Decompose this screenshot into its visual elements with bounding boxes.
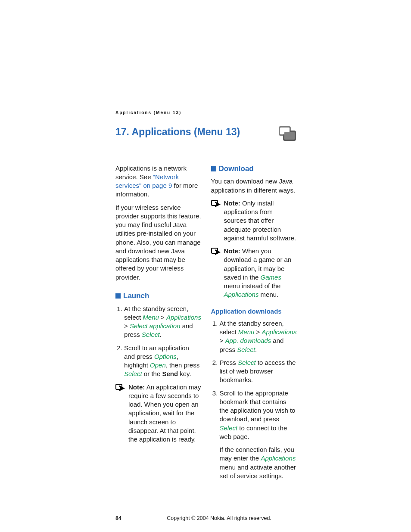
- list-item: At the standby screen, select Menu > App…: [220, 319, 297, 354]
- chapter-title: 17. Applications (Menu 13): [115, 125, 240, 139]
- app-downloads-list: At the standby screen, select Menu > App…: [211, 319, 297, 441]
- applications-icon: [277, 125, 297, 143]
- intro-p2: If your wireless service provider suppor…: [115, 203, 202, 282]
- text: or the: [142, 370, 162, 377]
- list-item: Press Select to access the list of web b…: [220, 358, 297, 385]
- follow-on-paragraph: If the connection fails, you may enter t…: [220, 445, 297, 480]
- menu-term: Menu: [143, 314, 159, 321]
- menu-term: Applications: [224, 291, 259, 298]
- download-heading: Download: [211, 164, 297, 174]
- text: An application may require a few seconds…: [128, 383, 201, 443]
- text: >: [124, 322, 130, 330]
- menu-term: Select: [237, 346, 255, 353]
- note-icon: [211, 247, 221, 299]
- menu-term: Select application: [130, 322, 181, 330]
- intro-p1: Applications is a network service. See "…: [115, 164, 202, 199]
- note-label: Note:: [224, 247, 240, 255]
- square-bullet-icon: [211, 166, 216, 171]
- text: >: [254, 328, 262, 336]
- menu-term: Applications: [166, 314, 201, 321]
- text: .: [255, 346, 257, 353]
- list-item: Scroll to an application and press Optio…: [124, 344, 202, 379]
- left-column: Applications is a network service. See "…: [115, 164, 202, 485]
- text: .: [160, 331, 162, 338]
- menu-term: Options: [154, 353, 177, 360]
- menu-term: Menu: [238, 328, 255, 336]
- note-icon: [115, 383, 125, 444]
- text: menu instead of the: [224, 282, 281, 289]
- menu-term: Select: [238, 359, 256, 366]
- app-downloads-heading: Application downloads: [211, 307, 297, 316]
- heading-text: Download: [219, 164, 254, 174]
- menu-term: Applications: [262, 328, 297, 336]
- download-note-2: Note: When you download a game or an app…: [211, 247, 297, 299]
- download-note-1: Note: Only install applications from sou…: [211, 199, 297, 243]
- page: Applications (Menu 13) 17. Applications …: [0, 0, 411, 532]
- page-number: 84: [115, 515, 141, 522]
- list-item: At the standby screen, select Menu > App…: [124, 305, 202, 339]
- text: menu and activate another set of service…: [220, 464, 296, 479]
- running-head: Applications (Menu 13): [115, 110, 297, 116]
- text: menu.: [258, 291, 278, 298]
- content-columns: Applications is a network service. See "…: [115, 164, 297, 485]
- note-text: Note: An application may require a few s…: [128, 383, 202, 444]
- note-label: Note:: [224, 199, 240, 207]
- text: Press: [220, 359, 238, 366]
- menu-term: Open: [150, 361, 166, 369]
- text: >: [159, 314, 166, 321]
- right-column: Download You can download new Java appli…: [211, 164, 297, 485]
- heading-text: Launch: [123, 291, 149, 301]
- menu-term: App. downloads: [225, 337, 271, 344]
- text: Scroll to the appropriate bookmark that …: [220, 389, 296, 423]
- square-bullet-icon: [115, 293, 121, 299]
- menu-term: Select: [124, 370, 142, 377]
- launch-note: Note: An application may require a few s…: [115, 383, 202, 444]
- note-label: Note:: [128, 383, 145, 391]
- copyright-text: Copyright © 2004 Nokia. All rights reser…: [141, 515, 297, 522]
- launch-list: At the standby screen, select Menu > App…: [115, 305, 202, 379]
- text: key.: [178, 370, 191, 377]
- list-item: Scroll to the appropriate bookmark that …: [220, 389, 297, 442]
- title-row: 17. Applications (Menu 13): [115, 125, 297, 143]
- download-intro: You can download new Java applications i…: [211, 177, 297, 195]
- launch-heading: Launch: [115, 291, 202, 301]
- note-icon: [211, 199, 221, 243]
- menu-term: Select: [220, 424, 238, 432]
- menu-term: Select: [142, 331, 160, 338]
- text: >: [220, 337, 225, 344]
- note-text: Note: When you download a game or an app…: [224, 247, 297, 299]
- menu-term: Games: [261, 274, 281, 281]
- note-text: Note: Only install applications from sou…: [224, 199, 297, 243]
- text: , then press: [166, 361, 199, 369]
- key-name: Send: [162, 370, 178, 377]
- svg-rect-3: [284, 132, 295, 140]
- page-footer: 84 Copyright © 2004 Nokia. All rights re…: [115, 515, 297, 522]
- menu-term: Applications: [261, 454, 296, 462]
